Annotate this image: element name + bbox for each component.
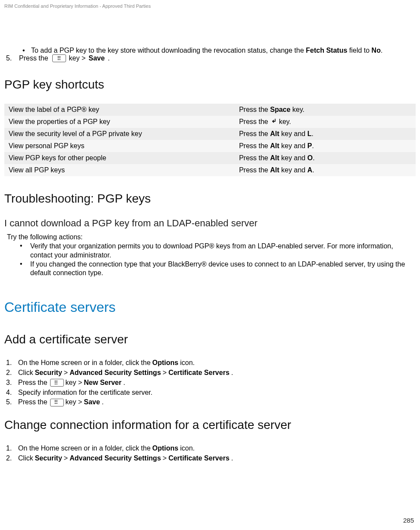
- step-text: >: [64, 368, 68, 378]
- step-bold: Certificate Servers: [168, 454, 229, 463]
- step-text: .: [123, 378, 125, 387]
- shortcut-action: View the security level of a PGP private…: [4, 128, 235, 140]
- heading-pgp-shortcuts: PGP key shortcuts: [4, 78, 416, 92]
- cell-text: Press the: [239, 106, 270, 113]
- shortcut-key: Press the Alt key and A.: [235, 164, 416, 176]
- step-text: icon.: [180, 444, 195, 453]
- bullet-dot: •: [22, 47, 31, 54]
- subheading-ldap: I cannot download a PGP key from an LDAP…: [4, 218, 416, 229]
- cell-text: .: [313, 166, 314, 174]
- shortcut-key: Press the key.: [235, 116, 416, 128]
- step5-mid: key >: [69, 54, 86, 62]
- shortcut-action: View the label of a PGP® key: [4, 104, 235, 116]
- cell-text: key and: [279, 166, 307, 174]
- step-number: 1.: [4, 444, 18, 453]
- step-text: >: [64, 454, 68, 463]
- step-number: 3.: [4, 378, 18, 387]
- cell-text: key.: [277, 118, 291, 125]
- cell-text: Press the: [239, 142, 270, 149]
- heading-add-cert-server: Add a certificate server: [4, 333, 416, 346]
- step-item: 1. On the Home screen or in a folder, cl…: [4, 444, 416, 453]
- step-item: 3. Press the ⠿ key > New Server.: [4, 378, 416, 387]
- bullet-text-bold: Fetch Status: [306, 47, 347, 54]
- bullet-text-no: No: [372, 47, 381, 54]
- bullet-text-post: field to: [347, 47, 372, 54]
- step-bold: Options: [152, 444, 178, 453]
- cell-text: Press the: [239, 166, 270, 174]
- cell-text: key and: [279, 142, 307, 149]
- menu-key-icon: ⠿: [50, 379, 64, 387]
- shortcut-key: Press the Alt key and P.: [235, 140, 416, 152]
- step-item: 4. Specify information for the certifica…: [4, 388, 416, 397]
- list-item: • If you changed the connection type tha…: [20, 260, 416, 278]
- step-number: 5.: [4, 54, 19, 62]
- step-number: 2.: [4, 454, 18, 463]
- cell-text: key and: [279, 130, 307, 137]
- shortcut-key: Press the Alt key and O.: [235, 152, 416, 164]
- cell-bold: O: [307, 154, 313, 162]
- step-text: On the Home screen or in a folder, click…: [18, 444, 151, 453]
- step-bold: Advanced Security Settings: [69, 454, 161, 463]
- shortcut-action: View PGP keys for other people: [4, 152, 235, 164]
- step-text: icon.: [180, 359, 195, 368]
- shortcut-key: Press the Space key.: [235, 104, 416, 116]
- confidential-header: RIM Confidential and Proprietary Informa…: [0, 0, 420, 9]
- shortcut-action: View all PGP keys: [4, 164, 235, 176]
- bullet-dot: •: [20, 260, 30, 278]
- step-bold: New Server: [84, 378, 121, 387]
- step-bold: Advanced Security Settings: [69, 368, 161, 378]
- shortcuts-table: View the label of a PGP® key Press the S…: [4, 104, 416, 176]
- step-text: Click: [18, 454, 33, 463]
- step-item: 5. Press the ⠿ key > Save.: [4, 398, 416, 407]
- step-bold: Save: [84, 398, 100, 407]
- step-number: 1.: [4, 359, 18, 368]
- step-text: key >: [66, 378, 82, 387]
- step5-pre: Press the: [19, 54, 48, 62]
- step-text: >: [163, 368, 167, 378]
- step-bold: Security: [35, 454, 62, 463]
- cell-bold: L: [307, 130, 312, 137]
- step-text: >: [163, 454, 167, 463]
- table-row: View PGP keys for other people Press the…: [4, 152, 416, 164]
- table-row: View personal PGP keys Press the Alt key…: [4, 140, 416, 152]
- menu-key-icon: ⠿: [52, 54, 66, 62]
- heading-change-connection: Change connection information for a cert…: [4, 418, 416, 432]
- step-text: Press the: [18, 398, 47, 407]
- troubleshoot-list: • Verify that your organization permits …: [4, 242, 416, 278]
- cell-bold: P: [307, 142, 312, 149]
- cell-bold: A: [307, 166, 313, 174]
- step-item: 1. On the Home screen or in a folder, cl…: [4, 359, 416, 368]
- step-bold: Certificate Servers: [168, 368, 229, 378]
- step5-end: .: [108, 54, 110, 62]
- add-cert-steps: 1. On the Home screen or in a folder, cl…: [4, 359, 416, 407]
- shortcut-action: View personal PGP keys: [4, 140, 235, 152]
- cell-bold: Space: [270, 106, 291, 113]
- heading-certificate-servers: Certificate servers: [4, 299, 416, 315]
- step-text: On the Home screen or in a folder, click…: [18, 359, 151, 368]
- table-row: View the security level of a PGP private…: [4, 128, 416, 140]
- cell-bold: Alt: [270, 166, 279, 174]
- cell-text: Press the: [239, 118, 270, 125]
- cell-text: key and: [279, 154, 307, 162]
- step-5: 5. Press the ⠿ key > Save.: [4, 54, 416, 62]
- step-text: Specify information for the certificate …: [18, 388, 152, 397]
- cell-text: .: [312, 142, 314, 149]
- table-row: View all PGP keys Press the Alt key and …: [4, 164, 416, 176]
- step-item: 2. Click Security > Advanced Security Se…: [4, 368, 416, 378]
- cell-text: .: [313, 154, 314, 162]
- menu-key-icon: ⠿: [50, 399, 64, 406]
- page-number: 285: [403, 517, 414, 524]
- step-number: 2.: [4, 368, 18, 378]
- enter-key-icon: [270, 118, 277, 124]
- cell-text: Press the: [239, 130, 270, 137]
- bullet-text-pre: To add a PGP key to the key store withou…: [31, 47, 306, 54]
- table-row: View the label of a PGP® key Press the S…: [4, 104, 416, 116]
- shortcut-key: Press the Alt key and L.: [235, 128, 416, 140]
- bullet-fetch-status: • To add a PGP key to the key store with…: [22, 47, 416, 54]
- table-row: View the properties of a PGP key Press t…: [4, 116, 416, 128]
- step-text: key >: [66, 398, 82, 407]
- step-item: 2. Click Security > Advanced Security Se…: [4, 454, 416, 463]
- step-number: 4.: [4, 388, 18, 397]
- step-number: 5.: [4, 398, 18, 407]
- step5-save: Save: [88, 54, 104, 62]
